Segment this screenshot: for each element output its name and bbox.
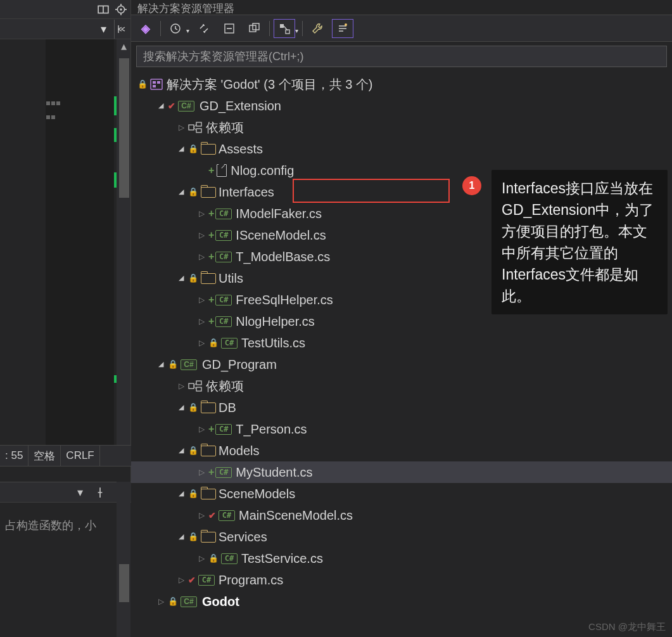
editor-scrollbar[interactable]: ▴ (117, 39, 130, 445)
file-label: TestUtils.cs (241, 333, 305, 353)
collapse-all-button[interactable] (219, 19, 240, 38)
expand-icon[interactable] (197, 295, 206, 304)
folder-models[interactable]: 🔒 Models (131, 440, 672, 461)
solution-icon (150, 79, 163, 90)
file-label: FreeSqlHelper.cs (236, 290, 333, 310)
plus-icon: + (208, 225, 214, 245)
solution-label: 解决方案 'Godot' (3 个项目，共 3 个) (167, 74, 372, 94)
scroll-up-icon[interactable]: ▴ (117, 39, 130, 53)
wrench-button[interactable] (307, 19, 328, 38)
csharp-icon: C# (215, 209, 232, 219)
search-input[interactable]: 搜索解决方案资源管理器(Ctrl+;) (136, 46, 667, 67)
expand-icon[interactable] (156, 360, 165, 369)
folder-icon (201, 532, 215, 543)
dependencies-node[interactable]: 依赖项 (131, 375, 672, 397)
properties-button[interactable] (332, 19, 353, 38)
file-program[interactable]: ✔ C# Program.cs (131, 569, 672, 591)
check-icon: ✔ (188, 570, 196, 590)
expand-icon[interactable] (177, 576, 186, 584)
file-label: Nlog.config (231, 160, 294, 181)
expand-icon[interactable] (177, 532, 186, 541)
expand-icon[interactable] (177, 446, 186, 455)
svg-rect-25 (196, 122, 201, 126)
file-label: T_Person.cs (236, 419, 307, 439)
expand-icon[interactable] (197, 317, 206, 326)
align-icon[interactable] (114, 20, 128, 39)
folder-assets[interactable]: 🔒 Assests (131, 138, 672, 160)
expand-icon[interactable] (156, 597, 165, 606)
panel-header: ▾ ✕ (0, 482, 131, 503)
csharp-icon: C# (221, 338, 238, 349)
expand-icon[interactable] (177, 188, 186, 196)
status-crlf[interactable]: CRLF (61, 446, 99, 466)
dependencies-icon (188, 122, 202, 133)
deps-label: 依赖项 (206, 117, 244, 138)
project-godot[interactable]: 🔒 C# Godot (131, 591, 672, 612)
expand-icon[interactable] (177, 123, 186, 132)
separator (269, 21, 270, 36)
expand-icon[interactable] (197, 468, 206, 477)
expand-icon[interactable] (177, 145, 186, 153)
folder-label: Assests (219, 139, 263, 159)
history-button[interactable] (165, 19, 186, 38)
expand-icon[interactable] (177, 403, 186, 412)
csharp-icon: C# (215, 467, 232, 478)
check-icon: ✔ (168, 96, 175, 116)
svg-rect-31 (196, 387, 201, 391)
expand-icon[interactable] (197, 425, 206, 434)
folder-services[interactable]: 🔒 Services (131, 526, 672, 548)
plus-icon: + (208, 311, 214, 331)
home-button[interactable]: ◈ (135, 19, 156, 38)
folder-scenemodels[interactable]: 🔒 SceneModels (131, 483, 672, 505)
dropdown-icon[interactable]: ▾ (98, 23, 109, 35)
panel-scrollbar[interactable] (117, 482, 130, 637)
file-mystudent[interactable]: + C# MyStudent.cs (131, 461, 672, 483)
svg-rect-23 (153, 85, 156, 87)
solution-node[interactable]: 🔒 解决方案 'Godot' (3 个项目，共 3 个) (131, 74, 672, 95)
file-label: IModelFaker.cs (236, 203, 322, 224)
preview-button[interactable] (274, 19, 295, 38)
file-mainscenemodel[interactable]: ✔ C# MainSceneModel.cs (131, 505, 672, 526)
expand-icon[interactable] (156, 101, 165, 110)
sync-button[interactable] (193, 19, 215, 38)
pin-icon[interactable] (94, 487, 106, 498)
lock-icon: 🔒 (208, 548, 219, 569)
check-icon: ✔ (208, 505, 216, 525)
expand-icon[interactable] (197, 209, 206, 218)
editor-code-strip (46, 39, 115, 445)
project-gd-extension[interactable]: ✔ C# GD_Extension (131, 95, 672, 117)
lock-icon: 🔒 (188, 441, 198, 461)
csproj-icon: C# (181, 359, 197, 370)
show-all-button[interactable] (244, 19, 265, 38)
gear-icon[interactable] (115, 4, 127, 15)
project-gd-program[interactable]: 🔒 C# GD_Program (131, 354, 672, 375)
file-testutils[interactable]: 🔒 C# TestUtils.cs (131, 332, 672, 354)
split-icon[interactable] (98, 4, 109, 15)
expand-icon[interactable] (177, 274, 186, 283)
expand-icon[interactable] (197, 338, 206, 347)
dependencies-node[interactable]: 依赖项 (131, 117, 672, 138)
lock-icon: 🔒 (188, 268, 198, 288)
svg-rect-24 (189, 125, 194, 130)
scroll-thumb[interactable] (119, 564, 129, 602)
file-testservice[interactable]: 🔒 C# TestService.cs (131, 548, 672, 569)
expand-icon[interactable] (197, 554, 206, 563)
folder-icon (201, 489, 215, 499)
editor-top-toolbar (0, 0, 130, 19)
expand-icon[interactable] (177, 382, 186, 390)
expand-icon[interactable] (177, 489, 186, 498)
expand-icon[interactable] (197, 231, 206, 240)
file-tperson[interactable]: + C# T_Person.cs (131, 418, 672, 440)
folder-label: Interfaces (219, 182, 274, 202)
project-label: GD_Extension (200, 96, 281, 116)
plus-icon: + (208, 290, 214, 310)
status-spaces[interactable]: 空格 (29, 446, 61, 466)
file-label: ISceneModel.cs (236, 225, 326, 245)
folder-label: SceneModels (219, 484, 295, 504)
scroll-thumb[interactable] (119, 58, 129, 198)
expand-icon[interactable] (197, 252, 206, 261)
folder-db[interactable]: 🔒 DB (131, 397, 672, 418)
expand-icon[interactable] (197, 511, 206, 520)
dropdown-icon[interactable]: ▾ (74, 487, 86, 498)
lock-icon: 🔒 (188, 182, 198, 202)
